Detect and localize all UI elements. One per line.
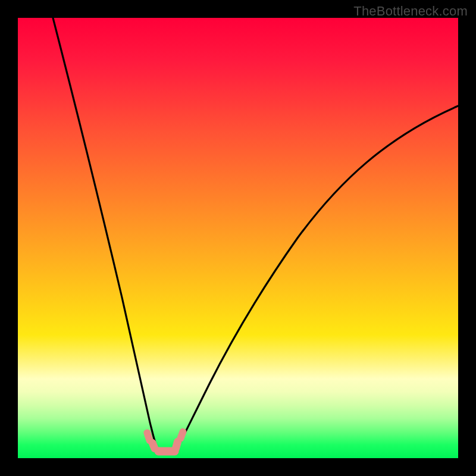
curve-layer <box>18 18 458 458</box>
curve-right-branch <box>177 106 458 448</box>
svg-rect-4 <box>177 428 187 442</box>
watermark-text: TheBottleneck.com <box>353 4 468 19</box>
chart-frame: TheBottleneck.com <box>0 0 476 476</box>
curve-left-branch <box>53 18 157 449</box>
plot-area <box>18 18 458 458</box>
trough-marks <box>143 428 187 455</box>
